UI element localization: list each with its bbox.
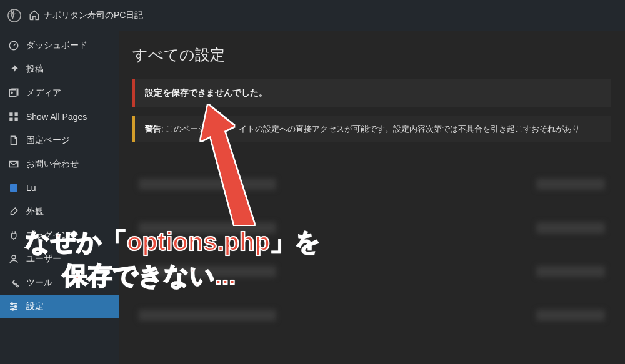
setting-value-blurred	[536, 179, 605, 190]
user-icon	[8, 253, 20, 265]
sidebar-item-label: 外観	[26, 206, 44, 217]
error-notice-text: 設定を保存できませんでした。	[145, 87, 268, 97]
setting-row	[132, 162, 611, 206]
wordpress-logo-icon[interactable]	[8, 9, 21, 22]
main-content: すべての設定 設定を保存できませんでした。 警告: このページは イトの設定への…	[119, 31, 625, 364]
svg-point-3	[11, 92, 12, 93]
setting-value-blurred	[536, 310, 605, 321]
mail-icon	[8, 159, 20, 170]
sidebar-item-media[interactable]: メディア	[0, 81, 119, 105]
plugin-icon	[8, 230, 20, 241]
settings-table	[132, 157, 611, 342]
sidebar-item-appearance[interactable]: 外観	[0, 200, 119, 224]
setting-row	[132, 293, 611, 337]
setting-row	[132, 206, 611, 250]
sidebar-item-contact[interactable]: お問い合わせ	[0, 152, 119, 176]
page-title: すべての設定	[132, 45, 611, 65]
svg-point-0	[8, 9, 21, 22]
sidebar-item-label: Show All Pages	[26, 112, 87, 122]
admin-sidebar: ダッシュボード 投稿 メディア Show All Pages 固定ページ お問い…	[0, 31, 119, 364]
admin-top-bar: ナポリタン寿司のPC日記	[0, 0, 625, 31]
svg-rect-5	[15, 112, 18, 116]
sidebar-item-pages[interactable]: 固定ページ	[0, 129, 119, 152]
svg-rect-6	[9, 118, 12, 121]
sidebar-item-settings[interactable]: 設定	[0, 295, 119, 318]
sidebar-item-tools[interactable]: ツール	[0, 271, 119, 295]
warning-body: : このページは イトの設定への直接アクセスが可能です。設定内容次第では不具合を…	[161, 124, 580, 134]
sidebar-item-lu[interactable]: Lu	[0, 176, 119, 200]
sidebar-item-label: Lu	[26, 183, 36, 193]
sidebar-item-label: ツール	[26, 277, 52, 288]
sidebar-item-plugins[interactable]: プラグイン	[0, 224, 119, 247]
media-icon	[8, 87, 20, 99]
sidebar-item-label: メディア	[26, 87, 61, 99]
pin-icon	[8, 64, 20, 75]
warning-prefix: 警告	[145, 124, 161, 134]
site-home-link[interactable]: ナポリタン寿司のPC日記	[29, 9, 143, 22]
svg-point-13	[12, 308, 14, 310]
page-icon	[8, 135, 20, 146]
sidebar-item-label: ダッシュボード	[26, 40, 88, 51]
wrench-icon	[8, 277, 20, 288]
pages-grid-icon	[8, 111, 20, 122]
setting-label-blurred	[139, 310, 276, 321]
svg-point-11	[11, 303, 13, 305]
sliders-icon	[8, 301, 20, 312]
setting-value-blurred	[536, 222, 605, 234]
square-icon	[8, 182, 20, 194]
sidebar-item-label: 設定	[26, 301, 44, 312]
svg-rect-9	[10, 184, 18, 192]
sidebar-item-label: プラグイン	[26, 230, 70, 241]
setting-label-blurred	[139, 222, 276, 234]
dashboard-icon	[8, 40, 20, 51]
svg-point-10	[12, 255, 16, 259]
sidebar-item-label: ユーザー	[26, 253, 61, 265]
warning-notice: 警告: このページは イトの設定への直接アクセスが可能です。設定内容次第では不具…	[132, 116, 611, 142]
error-notice: 設定を保存できませんでした。	[132, 79, 611, 107]
sidebar-item-label: お問い合わせ	[26, 159, 79, 170]
sidebar-item-dashboard[interactable]: ダッシュボード	[0, 34, 119, 57]
site-title: ナポリタン寿司のPC日記	[44, 10, 143, 21]
setting-row	[132, 250, 611, 293]
setting-value-blurred	[536, 266, 605, 277]
svg-rect-4	[9, 112, 12, 116]
setting-label-blurred	[139, 266, 276, 277]
svg-point-12	[15, 306, 17, 308]
sidebar-item-label: 固定ページ	[26, 135, 70, 146]
sidebar-item-show-all-pages[interactable]: Show All Pages	[0, 105, 119, 129]
sidebar-item-posts[interactable]: 投稿	[0, 57, 119, 81]
setting-label-blurred	[139, 179, 276, 190]
home-icon	[29, 9, 40, 22]
sidebar-item-label: 投稿	[26, 64, 44, 75]
sidebar-item-users[interactable]: ユーザー	[0, 247, 119, 271]
brush-icon	[8, 206, 20, 217]
svg-rect-7	[15, 118, 18, 121]
